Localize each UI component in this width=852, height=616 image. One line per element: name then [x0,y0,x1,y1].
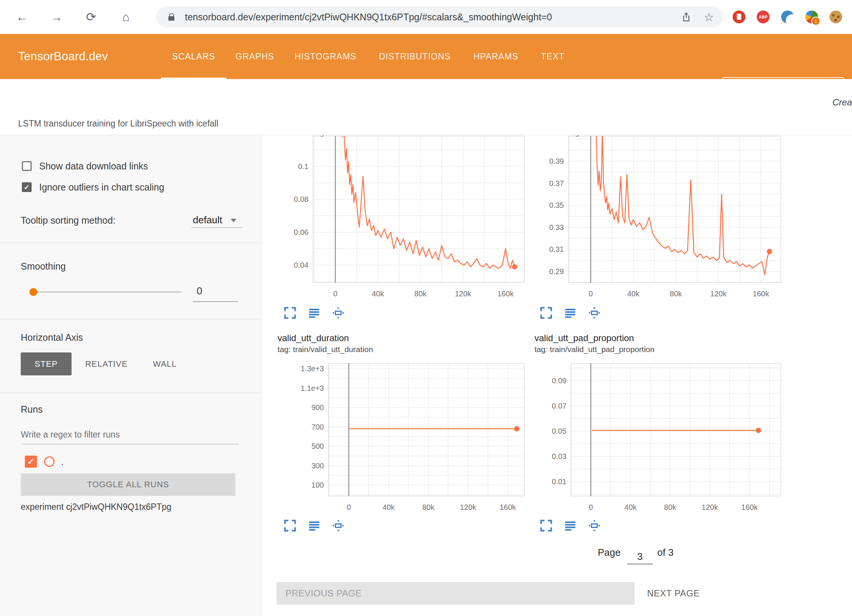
fit-domain-icon[interactable] [331,519,345,532]
svg-text:40k: 40k [372,290,384,298]
profile-avatar[interactable]: 1 [805,11,818,23]
tab-hparams[interactable]: HPARAMS [473,34,518,79]
tooltip-sorting-select[interactable]: default [193,213,222,226]
svg-text:40k: 40k [627,290,640,298]
axis-step-button[interactable]: STEP [21,352,72,375]
svg-text:80k: 80k [670,290,682,298]
smoothing-slider-thumb[interactable] [29,288,37,296]
smoothing-value[interactable]: 0 [197,285,202,297]
divider [0,242,261,243]
smoothing-slider-track[interactable] [31,291,182,293]
run-color-circle-icon[interactable] [44,456,55,467]
select-underline [191,227,243,228]
chart-title: valid_utt_duration [278,332,349,344]
share-icon[interactable] [681,11,692,23]
svg-text:0.06: 0.06 [294,228,308,236]
page-of-label: of 3 [657,546,673,558]
subheader: Crea LSTM transducer training for LibriS… [0,79,852,135]
chart-tag: tag: train/valid_utt_duration [278,345,373,354]
fit-domain-icon[interactable] [588,306,601,320]
abp-extension-icon[interactable]: ABP [757,11,770,23]
show-download-label: Show data download links [39,160,148,172]
runs-label: Runs [21,403,43,415]
svg-text:160k: 160k [753,290,770,298]
app-header: TensorBoard.dev SCALARS GRAPHS HISTOGRAM… [0,34,852,79]
previous-page-button[interactable]: PREVIOUS PAGE [276,582,635,605]
forward-icon[interactable]: → [48,9,65,25]
fullscreen-icon[interactable] [539,306,553,320]
charts-area: tag: train/… 040k80k120k160k0.040.060.08… [262,135,852,616]
svg-text:0: 0 [333,290,337,298]
smoothing-label: Smoothing [21,260,66,272]
address-bar[interactable]: tensorboard.dev/experiment/cj2vtPiwQHKN9… [156,6,723,27]
reload-icon[interactable]: ⟳ [83,9,99,25]
next-page-button[interactable]: NEXT PAGE [647,582,700,605]
back-icon[interactable]: ← [14,9,30,25]
run-checkbox[interactable]: ✓ [25,456,37,468]
tensorboard-page: ← → ⟳ ⌂ tensorboard.dev/experiment/cj2vt… [0,0,852,616]
ignore-outliers-checkbox[interactable]: ✓ [22,182,32,192]
data-lines-icon[interactable] [563,519,577,532]
clipped-create-text: Crea [832,97,852,108]
data-lines-icon[interactable] [307,306,321,320]
svg-text:80k: 80k [422,503,435,511]
run-name: . [61,456,64,468]
svg-text:300: 300 [311,462,324,470]
data-lines-icon[interactable] [307,519,321,532]
chart-tag: tag: train/valid_utt_pad_proportion [534,345,655,354]
smoothing-value-underline [193,301,238,302]
show-download-checkbox[interactable] [22,161,32,171]
svg-text:0.35: 0.35 [549,201,564,209]
svg-text:160k: 160k [498,290,514,298]
toggle-all-runs-button[interactable]: TOGGLE ALL RUNS [21,473,235,496]
fit-domain-icon[interactable] [331,306,345,320]
tab-histograms[interactable]: HISTOGRAMS [295,34,356,79]
svg-text:40k: 40k [624,503,637,511]
app-logo: TensorBoard.dev [18,34,108,79]
scalar-chart-plot[interactable]: 040k80k120k160k0.010.030.050.070.09 [545,363,781,515]
page-number-input[interactable]: 3 [627,548,653,564]
svg-text:0.37: 0.37 [549,179,564,188]
svg-text:120k: 120k [460,503,476,511]
svg-text:0.03: 0.03 [552,452,566,460]
fullscreen-icon[interactable] [539,519,553,532]
svg-text:500: 500 [311,442,324,450]
tab-graphs[interactable]: GRAPHS [235,34,274,79]
lock-icon [168,16,174,21]
scalar-chart-plot[interactable]: 040k80k120k160k1003005007009001.1e+31.3e… [298,363,525,515]
svg-text:120k: 120k [455,290,472,298]
svg-text:0: 0 [347,503,351,511]
axis-wall-button[interactable]: WALL [141,352,188,375]
fullscreen-icon[interactable] [283,306,297,320]
profile-badge: 1 [811,17,820,26]
svg-text:80k: 80k [664,503,676,511]
axis-relative-button[interactable]: RELATIVE [77,352,136,375]
run-filter-input[interactable]: Write a regex to filter runs [21,428,120,441]
fullscreen-icon[interactable] [283,519,297,532]
data-lines-icon[interactable] [563,306,577,320]
svg-text:120k: 120k [710,290,727,298]
home-icon[interactable]: ⌂ [118,9,134,25]
svg-text:0: 0 [589,503,593,511]
svg-text:160k: 160k [500,503,516,511]
svg-text:0.07: 0.07 [552,402,566,410]
chevron-down-icon[interactable] [231,219,237,222]
svg-text:0.1: 0.1 [298,162,308,171]
fit-domain-icon[interactable] [588,519,601,532]
browser-chrome: ← → ⟳ ⌂ tensorboard.dev/experiment/cj2vt… [0,0,852,34]
cookie-extension-icon[interactable] [829,11,842,23]
svg-text:0.05: 0.05 [552,427,566,435]
scalar-chart-plot[interactable]: 040k80k120k160k0.040.060.080.1 [287,136,525,301]
scalar-chart-plot[interactable]: 040k80k120k160k0.290.310.330.350.370.39 [542,136,781,301]
svg-text:1.3e+3: 1.3e+3 [301,364,324,373]
tab-distributions[interactable]: DISTRIBUTIONS [379,34,451,79]
blue-extension-icon[interactable] [781,11,794,23]
tab-text[interactable]: TEXT [541,34,565,79]
url-text[interactable]: tensorboard.dev/experiment/cj2vtPiwQHKN9… [185,6,552,27]
experiment-description: LSTM transducer training for LibriSpeech… [18,119,218,129]
adblock-extension-icon[interactable] [733,11,745,23]
svg-text:0.04: 0.04 [294,261,308,269]
bookmark-star-icon[interactable]: ☆ [703,11,715,23]
tab-scalars[interactable]: SCALARS [172,34,215,79]
ignore-outliers-label: Ignore outliers in chart scaling [39,181,164,193]
